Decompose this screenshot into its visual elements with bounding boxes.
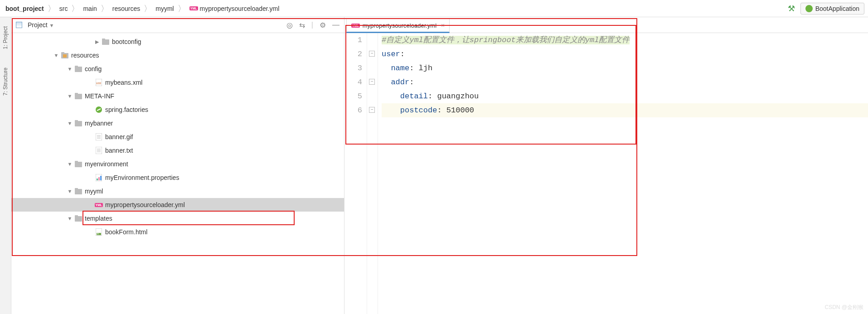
fold-toggle-icon[interactable]: − <box>369 51 375 57</box>
breadcrumb-item[interactable]: myyml <box>154 4 175 13</box>
chevron-down-icon[interactable]: ▼ <box>66 188 74 194</box>
tree-item-label: bookForm.html <box>105 228 147 236</box>
tree-item-label: banner.gif <box>105 133 133 140</box>
side-tab-structure[interactable]: 7: Structure <box>2 68 9 96</box>
breadcrumb-item[interactable]: resources <box>111 4 142 13</box>
tree-item-label: templates <box>85 215 112 222</box>
breadcrumb-item[interactable]: src <box>58 4 70 13</box>
tree-item[interactable]: banner.gif <box>11 130 344 144</box>
tree-item[interactable]: YMLmypropertysourceloader.yml <box>11 198 344 212</box>
svg-rect-29 <box>75 188 78 190</box>
chevron-down-icon[interactable]: ▼ <box>66 93 74 99</box>
chevron-right-icon: 〉 <box>47 3 57 14</box>
chevron-down-icon[interactable]: ▼ <box>66 161 74 167</box>
svg-rect-3 <box>61 52 64 54</box>
editor-tab-active[interactable]: YML mypropertysourceloader.yml × <box>346 19 450 33</box>
line-number: 3 <box>344 61 362 75</box>
yaml-comment: #自定义yml配置文件，让springboot来加载我们自定义的yml配置文件 <box>382 36 630 44</box>
breadcrumb-label: boot_project <box>5 5 44 12</box>
svg-rect-10 <box>75 93 78 95</box>
tree-item[interactable]: spring.factories <box>11 103 344 116</box>
run-config-selector[interactable]: BootApplication <box>800 3 864 14</box>
properties-file-icon <box>94 173 103 182</box>
yaml-key: name <box>391 64 409 72</box>
yaml-colon: : <box>428 92 432 101</box>
chevron-right-icon: 〉 <box>100 3 110 14</box>
tree-item[interactable]: ▼myyml <box>11 184 344 198</box>
hide-icon[interactable]: — <box>332 21 339 29</box>
line-number: 1 <box>344 33 362 47</box>
breadcrumb-label: resources <box>112 5 140 12</box>
folder-icon <box>74 92 83 101</box>
breadcrumb-item[interactable]: YMLmypropertysourceloader.yml <box>188 4 281 13</box>
yaml-key: detail <box>400 92 428 101</box>
chevron-right-icon[interactable]: ▶ <box>93 39 101 45</box>
tree-item[interactable]: banner.txt <box>11 144 344 157</box>
tree-item[interactable]: ▼config <box>11 62 344 76</box>
tree-item-label: resources <box>71 52 99 59</box>
tree-item-label: spring.factories <box>105 106 148 113</box>
html-file-icon: H <box>94 227 103 237</box>
tree-item-label: META-INF <box>85 92 114 100</box>
tree-item-label: myyml <box>85 188 103 195</box>
breadcrumb-item[interactable]: main <box>81 4 98 13</box>
breadcrumb-label: myyml <box>155 5 174 12</box>
breadcrumb-item[interactable]: boot_project <box>4 4 46 13</box>
project-tool-icon <box>16 22 22 28</box>
yaml-colon: : <box>409 64 414 72</box>
xml-file-icon: xml <box>94 78 103 87</box>
svg-rect-31 <box>75 215 78 217</box>
collapse-icon[interactable]: ⇆ <box>299 21 305 29</box>
chevron-right-icon: 〉 <box>70 3 80 14</box>
code-line[interactable]: detail: guangzhou <box>382 89 868 103</box>
tree-item-label: banner.txt <box>105 147 133 154</box>
code-line[interactable]: name: ljh <box>382 61 868 75</box>
code-line[interactable]: addr: <box>382 75 868 89</box>
tree-item[interactable]: ▼myenvironment <box>11 157 344 171</box>
chevron-down-icon[interactable]: ▼ <box>66 66 74 72</box>
tree-item[interactable]: myEnvironment.properties <box>11 171 344 184</box>
folder-icon <box>74 119 83 128</box>
watermark: CSDN @金刚猴 <box>824 304 863 311</box>
fold-toggle-icon[interactable]: − <box>369 79 375 85</box>
editor-tabs: YML mypropertysourceloader.yml × <box>344 17 868 33</box>
breadcrumb-label: main <box>83 5 97 12</box>
code-area[interactable]: #自定义yml配置文件，让springboot来加载我们自定义的yml配置文件u… <box>378 33 868 314</box>
locate-icon[interactable]: ◎ <box>286 21 293 29</box>
svg-rect-26 <box>98 177 100 180</box>
chevron-down-icon[interactable]: ▼ <box>52 53 60 58</box>
tree-item[interactable]: ▼mybanner <box>11 116 344 130</box>
tree-item-label: myEnvironment.properties <box>105 174 179 181</box>
build-icon[interactable]: ⚒ <box>788 4 795 14</box>
project-tree[interactable]: ▶bootconfig▼resources▼configxmlmybeans.x… <box>11 33 344 314</box>
tree-item[interactable]: ▼resources <box>11 48 344 62</box>
gear-icon[interactable]: ⚙ <box>320 21 326 29</box>
code-line[interactable]: user: <box>382 47 868 61</box>
file-icon <box>94 146 103 155</box>
code-line[interactable]: #自定义yml配置文件，让springboot来加载我们自定义的yml配置文件 <box>382 33 868 47</box>
chevron-right-icon: 〉 <box>143 3 153 14</box>
yaml-key: addr <box>391 78 409 87</box>
close-tab-icon[interactable]: × <box>441 22 445 29</box>
yaml-colon: : <box>400 50 405 58</box>
line-gutter: 123456 <box>344 33 367 314</box>
svg-text:xml: xml <box>96 82 101 85</box>
yaml-value: ljh <box>414 64 432 72</box>
side-tab-project[interactable]: 1: Project <box>2 26 9 49</box>
tree-item[interactable]: xmlmybeans.xml <box>11 76 344 89</box>
panel-actions: ◎ ⇆ | ⚙ — <box>286 21 339 29</box>
tree-item[interactable]: ▼templates <box>11 212 344 225</box>
breadcrumb-label: mypropertysourceloader.yml <box>200 5 280 12</box>
svg-rect-25 <box>97 179 98 180</box>
svg-rect-1 <box>102 39 105 40</box>
spring-file-icon <box>94 105 103 114</box>
editor-body[interactable]: 123456 −−− #自定义yml配置文件，让springboot来加载我们自… <box>344 33 868 314</box>
chevron-down-icon[interactable]: ▼ <box>66 216 74 221</box>
fold-toggle-icon[interactable]: − <box>369 107 375 113</box>
chevron-down-icon[interactable]: ▼ <box>66 121 74 126</box>
tree-item[interactable]: ▶bootconfig <box>11 35 344 48</box>
tree-item[interactable]: ▼META-INF <box>11 89 344 103</box>
code-line[interactable]: postcode: 510000 <box>382 103 868 117</box>
chevron-down-icon[interactable]: ▼ <box>49 23 54 28</box>
tree-item[interactable]: HbookForm.html <box>11 225 344 239</box>
